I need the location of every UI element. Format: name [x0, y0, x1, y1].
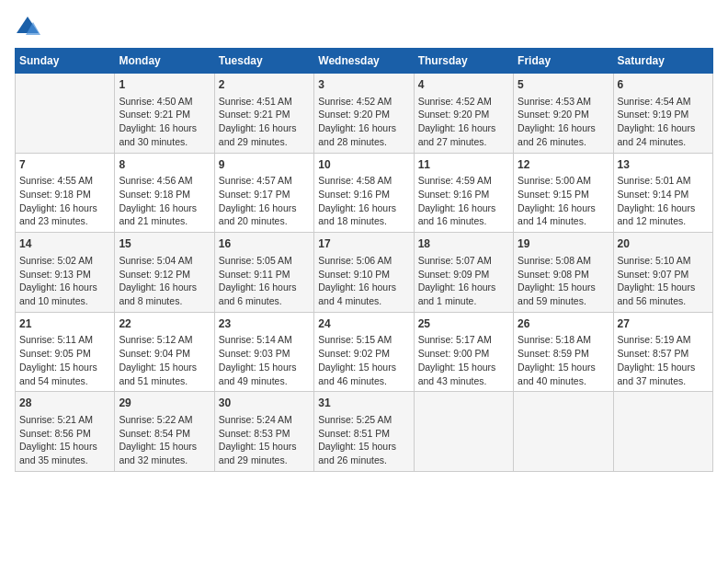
day-number: 3 — [318, 77, 409, 93]
day-number: 30 — [219, 396, 310, 411]
cell-content: Sunrise: 4:59 AMSunset: 9:16 PMDaylight:… — [418, 174, 509, 228]
calendar-cell: 24Sunrise: 5:15 AMSunset: 9:02 PMDayligh… — [314, 312, 414, 392]
cell-content: Sunrise: 4:56 AMSunset: 9:18 PMDaylight:… — [119, 174, 210, 228]
calendar-cell: 30Sunrise: 5:24 AMSunset: 8:53 PMDayligh… — [214, 392, 313, 472]
cell-content: Sunrise: 5:18 AMSunset: 8:59 PMDaylight:… — [518, 333, 609, 387]
cell-content: Sunrise: 5:11 AMSunset: 9:05 PMDaylight:… — [19, 333, 110, 387]
calendar-cell: 5Sunrise: 4:53 AMSunset: 9:20 PMDaylight… — [514, 74, 613, 154]
cell-content: Sunrise: 5:17 AMSunset: 9:00 PMDaylight:… — [418, 333, 509, 387]
cell-content: Sunrise: 5:14 AMSunset: 9:03 PMDaylight:… — [219, 333, 310, 387]
cell-content: Sunrise: 5:15 AMSunset: 9:02 PMDaylight:… — [318, 333, 409, 387]
calendar-cell: 31Sunrise: 5:25 AMSunset: 8:51 PMDayligh… — [314, 392, 414, 472]
calendar-cell: 26Sunrise: 5:18 AMSunset: 8:59 PMDayligh… — [514, 312, 613, 392]
day-number: 29 — [119, 396, 210, 411]
calendar-cell: 28Sunrise: 5:21 AMSunset: 8:56 PMDayligh… — [16, 392, 115, 472]
header — [15, 15, 713, 40]
calendar-week-row: 28Sunrise: 5:21 AMSunset: 8:56 PMDayligh… — [16, 392, 713, 472]
cell-content: Sunrise: 5:12 AMSunset: 9:04 PMDaylight:… — [119, 333, 210, 387]
cell-content: Sunrise: 5:05 AMSunset: 9:11 PMDaylight:… — [219, 254, 310, 308]
day-number: 25 — [418, 316, 509, 332]
calendar-body: 1Sunrise: 4:50 AMSunset: 9:21 PMDaylight… — [16, 74, 713, 472]
calendar-table: SundayMondayTuesdayWednesdayThursdayFrid… — [15, 48, 713, 472]
day-number: 7 — [19, 157, 110, 173]
cell-content: Sunrise: 5:25 AMSunset: 8:51 PMDaylight:… — [318, 413, 409, 467]
cell-content: Sunrise: 4:58 AMSunset: 9:16 PMDaylight:… — [318, 174, 409, 228]
header-day: Monday — [115, 49, 214, 74]
cell-content: Sunrise: 5:00 AMSunset: 9:15 PMDaylight:… — [518, 174, 609, 228]
cell-content: Sunrise: 5:22 AMSunset: 8:54 PMDaylight:… — [119, 413, 210, 467]
calendar-cell — [414, 392, 513, 472]
cell-content: Sunrise: 5:04 AMSunset: 9:12 PMDaylight:… — [119, 254, 210, 308]
header-day: Saturday — [613, 49, 712, 74]
day-number: 11 — [418, 157, 509, 173]
day-number: 4 — [418, 77, 509, 93]
day-number: 31 — [318, 396, 409, 411]
day-number: 6 — [618, 77, 709, 93]
day-number: 26 — [518, 316, 609, 332]
calendar-cell — [16, 74, 115, 154]
calendar-week-row: 7Sunrise: 4:55 AMSunset: 9:18 PMDaylight… — [16, 153, 713, 233]
cell-content: Sunrise: 5:07 AMSunset: 9:09 PMDaylight:… — [418, 254, 509, 308]
day-number: 17 — [318, 236, 409, 252]
cell-content: Sunrise: 5:01 AMSunset: 9:14 PMDaylight:… — [618, 174, 709, 228]
calendar-cell — [514, 392, 613, 472]
calendar-cell: 16Sunrise: 5:05 AMSunset: 9:11 PMDayligh… — [214, 233, 313, 313]
cell-content: Sunrise: 5:10 AMSunset: 9:07 PMDaylight:… — [618, 254, 709, 308]
calendar-cell: 27Sunrise: 5:19 AMSunset: 8:57 PMDayligh… — [613, 312, 712, 392]
day-number: 2 — [219, 77, 310, 93]
calendar-cell: 17Sunrise: 5:06 AMSunset: 9:10 PMDayligh… — [314, 233, 414, 313]
calendar-cell: 7Sunrise: 4:55 AMSunset: 9:18 PMDaylight… — [16, 153, 115, 233]
day-number: 13 — [618, 157, 709, 173]
day-number: 21 — [19, 316, 110, 332]
logo-icon — [15, 15, 40, 40]
day-number: 19 — [518, 236, 609, 252]
day-number: 9 — [219, 157, 310, 173]
day-number: 28 — [19, 396, 110, 411]
cell-content: Sunrise: 5:02 AMSunset: 9:13 PMDaylight:… — [19, 254, 110, 308]
cell-content: Sunrise: 4:50 AMSunset: 9:21 PMDaylight:… — [119, 95, 210, 149]
day-number: 22 — [119, 316, 210, 332]
day-number: 5 — [518, 77, 609, 93]
calendar-week-row: 21Sunrise: 5:11 AMSunset: 9:05 PMDayligh… — [16, 312, 713, 392]
day-number: 24 — [318, 316, 409, 332]
calendar-cell: 19Sunrise: 5:08 AMSunset: 9:08 PMDayligh… — [514, 233, 613, 313]
calendar-cell: 8Sunrise: 4:56 AMSunset: 9:18 PMDaylight… — [115, 153, 214, 233]
day-number: 23 — [219, 316, 310, 332]
cell-content: Sunrise: 4:51 AMSunset: 9:21 PMDaylight:… — [219, 95, 310, 149]
cell-content: Sunrise: 5:06 AMSunset: 9:10 PMDaylight:… — [318, 254, 409, 308]
day-number: 14 — [19, 236, 110, 252]
header-day: Friday — [514, 49, 613, 74]
header-day: Wednesday — [314, 49, 414, 74]
calendar-cell: 22Sunrise: 5:12 AMSunset: 9:04 PMDayligh… — [115, 312, 214, 392]
header-row: SundayMondayTuesdayWednesdayThursdayFrid… — [16, 49, 713, 74]
logo — [15, 15, 44, 40]
calendar-week-row: 1Sunrise: 4:50 AMSunset: 9:21 PMDaylight… — [16, 74, 713, 154]
cell-content: Sunrise: 4:52 AMSunset: 9:20 PMDaylight:… — [318, 95, 409, 149]
cell-content: Sunrise: 5:08 AMSunset: 9:08 PMDaylight:… — [518, 254, 609, 308]
calendar-cell: 4Sunrise: 4:52 AMSunset: 9:20 PMDaylight… — [414, 74, 513, 154]
calendar-header: SundayMondayTuesdayWednesdayThursdayFrid… — [16, 49, 713, 74]
calendar-cell: 3Sunrise: 4:52 AMSunset: 9:20 PMDaylight… — [314, 74, 414, 154]
calendar-cell: 1Sunrise: 4:50 AMSunset: 9:21 PMDaylight… — [115, 74, 214, 154]
day-number: 20 — [618, 236, 709, 252]
cell-content: Sunrise: 4:53 AMSunset: 9:20 PMDaylight:… — [518, 95, 609, 149]
calendar-cell: 23Sunrise: 5:14 AMSunset: 9:03 PMDayligh… — [214, 312, 313, 392]
calendar-cell: 9Sunrise: 4:57 AMSunset: 9:17 PMDaylight… — [214, 153, 313, 233]
day-number: 1 — [119, 77, 210, 93]
calendar-cell: 20Sunrise: 5:10 AMSunset: 9:07 PMDayligh… — [613, 233, 712, 313]
calendar-cell: 12Sunrise: 5:00 AMSunset: 9:15 PMDayligh… — [514, 153, 613, 233]
calendar-cell — [613, 392, 712, 472]
calendar-cell: 11Sunrise: 4:59 AMSunset: 9:16 PMDayligh… — [414, 153, 513, 233]
calendar-cell: 29Sunrise: 5:22 AMSunset: 8:54 PMDayligh… — [115, 392, 214, 472]
calendar-week-row: 14Sunrise: 5:02 AMSunset: 9:13 PMDayligh… — [16, 233, 713, 313]
cell-content: Sunrise: 4:57 AMSunset: 9:17 PMDaylight:… — [219, 174, 310, 228]
day-number: 27 — [618, 316, 709, 332]
calendar-cell: 15Sunrise: 5:04 AMSunset: 9:12 PMDayligh… — [115, 233, 214, 313]
calendar-cell: 25Sunrise: 5:17 AMSunset: 9:00 PMDayligh… — [414, 312, 513, 392]
calendar-cell: 18Sunrise: 5:07 AMSunset: 9:09 PMDayligh… — [414, 233, 513, 313]
cell-content: Sunrise: 5:21 AMSunset: 8:56 PMDaylight:… — [19, 413, 110, 467]
calendar-cell: 6Sunrise: 4:54 AMSunset: 9:19 PMDaylight… — [613, 74, 712, 154]
cell-content: Sunrise: 5:24 AMSunset: 8:53 PMDaylight:… — [219, 413, 310, 467]
day-number: 15 — [119, 236, 210, 252]
day-number: 16 — [219, 236, 310, 252]
